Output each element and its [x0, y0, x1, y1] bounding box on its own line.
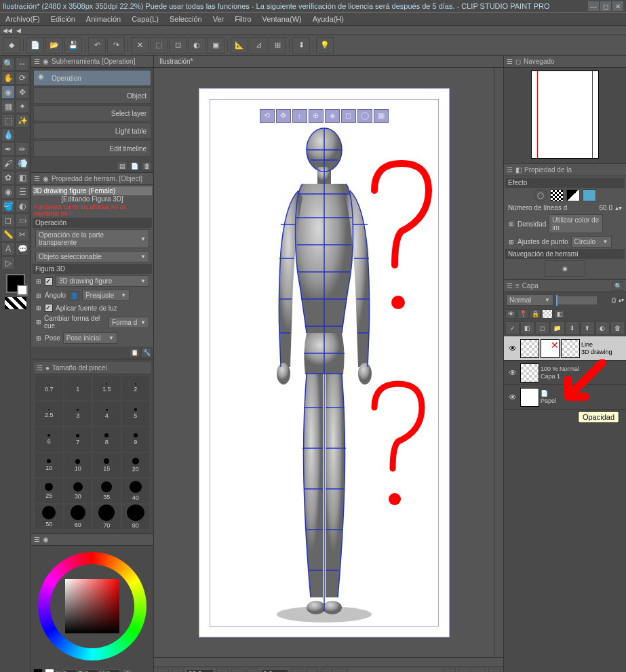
- undo-icon[interactable]: ↶: [88, 37, 106, 54]
- expand-icon[interactable]: ⊞: [508, 239, 515, 245]
- canvas-scrollbar-v[interactable]: [494, 68, 503, 657]
- autoselect-tool[interactable]: ✦: [16, 100, 29, 113]
- sb-play-next-icon[interactable]: [488, 669, 501, 673]
- figure-tool[interactable]: ◻: [1, 214, 15, 227]
- effect-extract-icon[interactable]: [583, 189, 596, 201]
- brush-size-cell[interactable]: 0.7: [35, 376, 63, 400]
- hsv-h-input[interactable]: [63, 669, 77, 672]
- layer-check-icon[interactable]: ✓: [505, 321, 520, 335]
- brush-size-cell[interactable]: 15: [93, 453, 121, 477]
- prop-preset-icon[interactable]: 📋: [129, 348, 140, 357]
- subtool-menu-icon[interactable]: ▤: [117, 161, 128, 171]
- layer-transfer-icon[interactable]: ⬇: [566, 321, 580, 335]
- layer-extra-thumbnail[interactable]: [561, 339, 580, 358]
- stepper-icon[interactable]: ▴▾: [619, 297, 624, 303]
- navigator-header[interactable]: ☰ ◻ Navegado: [504, 56, 626, 68]
- subtool-select-layer[interactable]: Select layer: [33, 105, 151, 121]
- decoration-tool[interactable]: ✿: [1, 171, 15, 184]
- snap-grid-icon[interactable]: ⊞: [269, 37, 286, 54]
- layer-palette-icon[interactable]: ◧: [520, 321, 534, 335]
- dd-parte-transparente[interactable]: Operación de la parte transparente▼: [35, 229, 149, 248]
- pen-tool[interactable]: ✒: [1, 142, 15, 156]
- subtool-delete-icon[interactable]: 🗑: [141, 161, 152, 171]
- snap-ruler-icon[interactable]: 📐: [231, 37, 248, 54]
- manip-sphere-icon[interactable]: ◯: [357, 109, 372, 123]
- canvas-viewport[interactable]: ⟲ ✥ ↕ ⊕ ◈ ◻ ◯ ▦: [154, 68, 494, 657]
- minimize-button[interactable]: —: [588, 1, 599, 11]
- toolprop-header[interactable]: ☰ ◉ Propiedad de herram. [Object]: [31, 173, 153, 185]
- manip-cube-icon[interactable]: ◻: [341, 109, 356, 123]
- manip-object-rotate-icon[interactable]: ⊕: [309, 109, 324, 123]
- fill-tool[interactable]: 🪣: [1, 199, 15, 213]
- sb-zoom-out-icon[interactable]: [231, 669, 243, 673]
- layer-mask-thumbnail[interactable]: ✕: [541, 339, 560, 358]
- brush-size-cell[interactable]: 60: [64, 505, 92, 529]
- brush-tool[interactable]: 🖌: [1, 157, 15, 170]
- menu-ventana[interactable]: Ventana(W): [262, 15, 302, 23]
- figure-checkbox[interactable]: [45, 277, 53, 285]
- sb-rotate-right-icon[interactable]: [321, 669, 333, 673]
- lock-ref-icon[interactable]: 📍: [517, 309, 528, 319]
- opacity-slider[interactable]: [556, 296, 597, 304]
- border-select-icon[interactable]: ▣: [207, 37, 224, 54]
- brush-size-cell[interactable]: 7: [64, 427, 92, 452]
- zoom-tool[interactable]: 🔍: [1, 57, 15, 71]
- hsv-v-input[interactable]: [106, 669, 120, 672]
- brush-size-cell[interactable]: 20: [122, 453, 150, 477]
- drag-tool[interactable]: ☰: [16, 185, 29, 199]
- brush-size-cell[interactable]: 10: [35, 453, 63, 477]
- rotate-tool[interactable]: ⟳: [16, 71, 29, 85]
- layer-folder-icon[interactable]: 📁: [550, 321, 564, 335]
- dd-pose-inicial[interactable]: Pose inicial▼: [63, 332, 117, 344]
- clear-icon[interactable]: ✕: [131, 37, 149, 54]
- hint-icon[interactable]: 💡: [316, 37, 334, 54]
- effect-tone-icon[interactable]: [550, 189, 564, 201]
- layer-thumbnail[interactable]: [520, 339, 539, 358]
- subtool-light-table[interactable]: Light table: [33, 123, 151, 139]
- layer-merge-icon[interactable]: ⬆: [581, 321, 595, 335]
- layer-visibility-icon[interactable]: 👁: [505, 365, 520, 381]
- operation-tool[interactable]: ◉: [1, 85, 15, 99]
- maximize-button[interactable]: ◻: [600, 1, 611, 11]
- cut-tool[interactable]: ✂: [16, 228, 29, 241]
- manip-ground-icon[interactable]: ▦: [374, 109, 389, 123]
- manip-object-move-icon[interactable]: ◈: [325, 109, 340, 123]
- blend-mode-dropdown[interactable]: Normal▼: [506, 294, 553, 306]
- hsv-s-input[interactable]: [85, 669, 98, 672]
- menu-edicion[interactable]: Edición: [51, 15, 75, 23]
- manip-camera-rotate-icon[interactable]: ⟲: [260, 109, 275, 123]
- expand-icon[interactable]: ⊞: [35, 278, 42, 285]
- brush-size-cell[interactable]: 1.5: [93, 376, 121, 400]
- dd-figure[interactable]: 3D drawing figure▼: [56, 275, 149, 287]
- deselect-icon[interactable]: ⊡: [169, 37, 187, 54]
- lock-mask-icon[interactable]: ◧: [554, 309, 565, 319]
- brush-size-cell[interactable]: 4: [93, 401, 121, 426]
- clip-studio-icon[interactable]: ◆: [3, 37, 20, 54]
- sb-rotation-input[interactable]: [261, 669, 288, 673]
- brush-size-cell[interactable]: 9: [122, 427, 150, 452]
- new-doc-icon[interactable]: 📄: [26, 37, 44, 54]
- layerprop-header[interactable]: ☰ ◧ Propiedad de la: [504, 164, 626, 176]
- lineas-value[interactable]: 60.0: [600, 204, 612, 212]
- subtool-operation[interactable]: ◉Operation: [33, 70, 151, 86]
- wand-tool[interactable]: ✨: [16, 114, 29, 127]
- foreground-color[interactable]: [6, 274, 25, 293]
- sb-nav-prev-icon[interactable]: [157, 669, 169, 673]
- brush-size-cell[interactable]: 30: [64, 479, 92, 503]
- dd-forma[interactable]: Forma d▼: [109, 317, 149, 328]
- subtool-object[interactable]: Object: [33, 87, 151, 104]
- brush-size-cell[interactable]: 5: [122, 401, 150, 426]
- lock-clip-icon[interactable]: 👁: [505, 309, 516, 319]
- gradient-tool[interactable]: ◐: [16, 199, 29, 213]
- brush-size-cell[interactable]: 2: [122, 376, 150, 400]
- color-panel-header[interactable]: ☰◉: [31, 534, 153, 546]
- opacity-value[interactable]: 0: [600, 296, 616, 304]
- blend-tool[interactable]: ◉: [1, 185, 15, 199]
- dd-objeto-seleccionable[interactable]: Objeto seleccionable▼: [35, 251, 149, 262]
- select-all-icon[interactable]: ⬚: [150, 37, 168, 54]
- sb-zoom-input[interactable]: [187, 669, 214, 673]
- snap-special-icon[interactable]: ⊿: [250, 37, 267, 54]
- frame-tool[interactable]: ▭: [16, 214, 29, 227]
- nav-herr-button[interactable]: ◉: [545, 260, 585, 277]
- color-chip2[interactable]: [45, 669, 54, 672]
